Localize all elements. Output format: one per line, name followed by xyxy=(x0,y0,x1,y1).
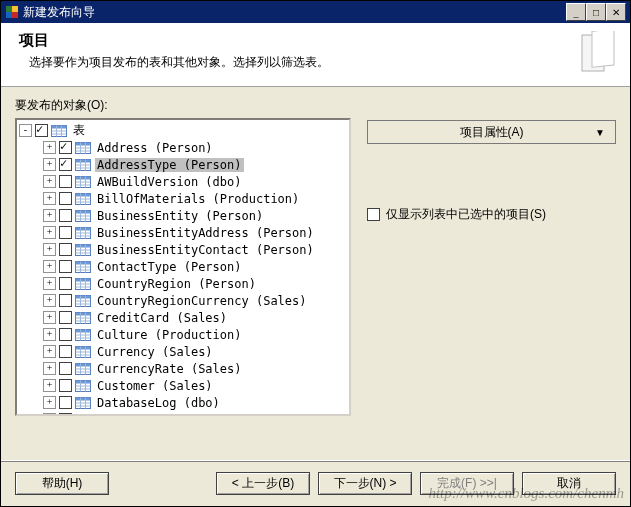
tree-item[interactable]: +AWBuildVersion (dbo) xyxy=(19,173,347,190)
show-checked-only-row: 仅显示列表中已选中的项目(S) xyxy=(367,206,616,223)
tree-item-label: BusinessEntityContact (Person) xyxy=(95,243,316,257)
objects-tree[interactable]: -表+Address (Person)+AddressType (Person)… xyxy=(15,118,351,416)
collapse-icon[interactable]: - xyxy=(19,124,32,137)
expand-icon[interactable]: + xyxy=(43,328,56,341)
item-checkbox[interactable] xyxy=(59,328,72,341)
finish-button: 完成(F) >>| xyxy=(420,472,514,495)
item-checkbox[interactable] xyxy=(59,345,72,358)
item-checkbox[interactable] xyxy=(59,277,72,290)
root-checkbox[interactable] xyxy=(35,124,48,137)
table-icon xyxy=(75,243,91,257)
svg-rect-108 xyxy=(76,414,91,416)
expand-icon[interactable]: + xyxy=(43,243,56,256)
svg-rect-43 xyxy=(76,227,91,230)
tree-item[interactable]: +BusinessEntityAddress (Person) xyxy=(19,224,347,241)
table-icon xyxy=(75,311,91,325)
item-properties-button[interactable]: 项目属性(A) ▼ xyxy=(367,120,616,144)
tree-item[interactable]: +Customer (Sales) xyxy=(19,377,347,394)
item-checkbox[interactable] xyxy=(59,294,72,307)
item-checkbox[interactable] xyxy=(59,209,72,222)
svg-rect-13 xyxy=(76,142,91,145)
maximize-button[interactable]: □ xyxy=(586,3,606,21)
expand-icon[interactable]: + xyxy=(43,396,56,409)
cancel-button[interactable]: 取消 xyxy=(522,472,616,495)
expand-icon[interactable]: + xyxy=(43,158,56,171)
item-checkbox[interactable] xyxy=(59,243,72,256)
svg-rect-103 xyxy=(76,397,91,400)
tree-item-label: CountryRegionCurrency (Sales) xyxy=(95,294,309,308)
wizard-footer: 帮助(H) < 上一步(B) 下一步(N) > 完成(F) >>| 取消 xyxy=(1,460,630,506)
item-checkbox[interactable] xyxy=(59,396,72,409)
tree-item[interactable]: +Culture (Production) xyxy=(19,326,347,343)
page-title: 项目 xyxy=(19,31,576,50)
next-button[interactable]: 下一步(N) > xyxy=(318,472,412,495)
expand-icon[interactable]: + xyxy=(43,311,56,324)
tree-item[interactable]: +DatabaseLog (dbo) xyxy=(19,394,347,411)
table-icon xyxy=(75,175,91,189)
expand-icon[interactable]: + xyxy=(43,413,56,416)
minimize-button[interactable]: _ xyxy=(566,3,586,21)
back-button[interactable]: < 上一步(B) xyxy=(216,472,310,495)
tree-item-label: Culture (Production) xyxy=(95,328,244,342)
item-checkbox[interactable] xyxy=(59,158,72,171)
item-checkbox[interactable] xyxy=(59,260,72,273)
item-checkbox[interactable] xyxy=(59,311,72,324)
expand-icon[interactable]: + xyxy=(43,277,56,290)
tree-item-label: Department (HumanResources) xyxy=(95,413,294,417)
expand-icon[interactable]: + xyxy=(43,362,56,375)
item-checkbox[interactable] xyxy=(59,362,72,375)
expand-icon[interactable]: + xyxy=(43,192,56,205)
item-properties-label: 项目属性(A) xyxy=(460,124,524,141)
svg-rect-67 xyxy=(76,295,91,298)
help-button[interactable]: 帮助(H) xyxy=(15,472,109,495)
tree-item[interactable]: +Currency (Sales) xyxy=(19,343,347,360)
tree-item[interactable]: +ContactType (Person) xyxy=(19,258,347,275)
item-checkbox[interactable] xyxy=(59,413,72,416)
item-checkbox[interactable] xyxy=(59,192,72,205)
tree-item[interactable]: +Department (HumanResources) xyxy=(19,411,347,416)
item-checkbox[interactable] xyxy=(59,226,72,239)
expand-icon[interactable]: + xyxy=(43,379,56,392)
item-checkbox[interactable] xyxy=(59,379,72,392)
window-title: 新建发布向导 xyxy=(23,4,566,21)
expand-icon[interactable]: + xyxy=(43,141,56,154)
expand-icon[interactable]: + xyxy=(43,294,56,307)
tree-item-label: CountryRegion (Person) xyxy=(95,277,258,291)
table-icon xyxy=(51,124,67,138)
svg-rect-61 xyxy=(76,278,91,281)
titlebar: 新建发布向导 _ □ ✕ xyxy=(1,1,630,23)
svg-rect-37 xyxy=(76,210,91,213)
tree-item-label: DatabaseLog (dbo) xyxy=(95,396,222,410)
tree-item[interactable]: +BusinessEntityContact (Person) xyxy=(19,241,347,258)
tree-item[interactable]: +CurrencyRate (Sales) xyxy=(19,360,347,377)
expand-icon[interactable]: + xyxy=(43,345,56,358)
tree-item[interactable]: +BusinessEntity (Person) xyxy=(19,207,347,224)
table-icon xyxy=(75,141,91,155)
item-checkbox[interactable] xyxy=(59,175,72,188)
expand-icon[interactable]: + xyxy=(43,226,56,239)
tree-item[interactable]: +CountryRegionCurrency (Sales) xyxy=(19,292,347,309)
tree-item-label: BillOfMaterials (Production) xyxy=(95,192,301,206)
tree-root[interactable]: -表 xyxy=(19,122,347,139)
expand-icon[interactable]: + xyxy=(43,209,56,222)
tree-item[interactable]: +Address (Person) xyxy=(19,139,347,156)
tree-item[interactable]: +CreditCard (Sales) xyxy=(19,309,347,326)
tree-root-label: 表 xyxy=(71,122,87,139)
table-icon xyxy=(75,192,91,206)
tree-item[interactable]: +AddressType (Person) xyxy=(19,156,347,173)
tree-item-label: BusinessEntityAddress (Person) xyxy=(95,226,316,240)
svg-rect-5 xyxy=(592,31,614,67)
table-icon xyxy=(75,158,91,172)
tree-item[interactable]: +CountryRegion (Person) xyxy=(19,275,347,292)
objects-label: 要发布的对象(O): xyxy=(15,97,616,114)
expand-icon[interactable]: + xyxy=(43,260,56,273)
show-checked-only-checkbox[interactable] xyxy=(367,208,380,221)
table-icon xyxy=(75,345,91,359)
tree-item[interactable]: +BillOfMaterials (Production) xyxy=(19,190,347,207)
item-checkbox[interactable] xyxy=(59,141,72,154)
table-icon xyxy=(75,209,91,223)
table-icon xyxy=(75,226,91,240)
expand-icon[interactable]: + xyxy=(43,175,56,188)
tree-item-label: AWBuildVersion (dbo) xyxy=(95,175,244,189)
close-button[interactable]: ✕ xyxy=(606,3,626,21)
